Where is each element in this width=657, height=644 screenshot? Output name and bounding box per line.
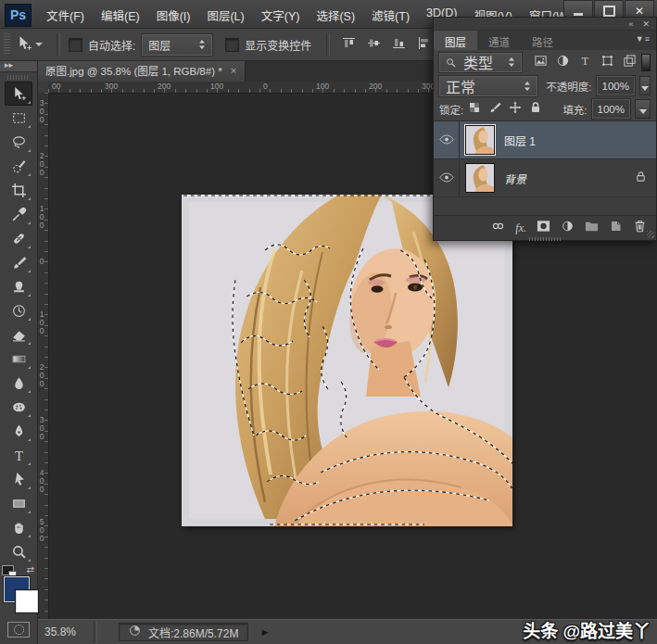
layer-row-layer1[interactable]: 图层 1 bbox=[434, 121, 656, 159]
document-info-field[interactable]: 文档:2.86M/5.72M bbox=[119, 623, 248, 641]
ruler-vertical[interactable]: 3002001000100200300400500 bbox=[37, 93, 49, 620]
quick-mask-button[interactable] bbox=[7, 622, 30, 638]
opacity-label: 不透明度: bbox=[546, 79, 591, 94]
delete-layer-button[interactable] bbox=[633, 220, 647, 236]
layer-thumbnail[interactable] bbox=[466, 126, 494, 154]
align-top-button[interactable] bbox=[342, 36, 356, 53]
layer-thumbnail[interactable] bbox=[466, 164, 494, 192]
layer-name[interactable]: 图层 1 bbox=[504, 133, 536, 148]
visibility-toggle[interactable] bbox=[434, 121, 460, 158]
background-color-swatch[interactable] bbox=[16, 590, 38, 612]
svg-text:T: T bbox=[14, 448, 22, 462]
menu-编辑(E)[interactable]: 编辑(E) bbox=[93, 3, 148, 28]
menu-选择(S)[interactable]: 选择(S) bbox=[308, 3, 363, 28]
lasso-tool[interactable] bbox=[5, 130, 32, 154]
layer-name[interactable]: 背景 bbox=[504, 170, 526, 186]
filter-smart-objects-icon[interactable] bbox=[623, 54, 637, 71]
lock-all-icon[interactable] bbox=[529, 101, 542, 118]
eyedropper-tool[interactable] bbox=[5, 202, 32, 226]
crop-tool[interactable] bbox=[5, 178, 32, 202]
layer-style-button[interactable]: fx. bbox=[515, 221, 526, 235]
auto-select-checkbox[interactable] bbox=[69, 38, 82, 52]
move-tool[interactable] bbox=[5, 82, 32, 106]
fill-value[interactable]: 100% bbox=[592, 99, 630, 119]
status-flyout-arrow[interactable]: ► bbox=[259, 626, 270, 638]
clone-stamp-tool[interactable] bbox=[5, 274, 32, 298]
tab-paths[interactable]: 路径 bbox=[521, 31, 564, 50]
new-layer-button[interactable] bbox=[609, 220, 623, 236]
ruler-h-label: 00 bbox=[52, 82, 60, 91]
sponge-tool[interactable] bbox=[5, 395, 32, 419]
lock-paint-icon[interactable] bbox=[488, 101, 501, 118]
blend-mode-dropdown[interactable]: 正常 bbox=[439, 76, 537, 96]
link-layers-button[interactable] bbox=[491, 220, 505, 236]
panel-close-icon[interactable]: ✕ bbox=[642, 19, 650, 29]
opacity-value[interactable]: 100% bbox=[597, 76, 635, 95]
lock-transparency-icon[interactable] bbox=[468, 101, 481, 118]
filter-adjustment-layers-icon[interactable] bbox=[556, 54, 570, 71]
filter-shape-layers-icon[interactable] bbox=[600, 54, 614, 71]
fill-dropdown-button[interactable] bbox=[635, 99, 651, 119]
marquee-tool[interactable] bbox=[5, 106, 32, 130]
tab-channels[interactable]: 通道 bbox=[477, 31, 521, 50]
menu-滤镜(T)[interactable]: 滤镜(T) bbox=[363, 3, 418, 28]
tab-close-icon[interactable]: × bbox=[231, 65, 236, 76]
filter-type-dropdown[interactable]: 类型 bbox=[439, 53, 522, 72]
gradient-tool[interactable] bbox=[5, 347, 32, 371]
align-middle-button[interactable] bbox=[367, 36, 381, 53]
toolbar-grip[interactable] bbox=[7, 75, 30, 80]
new-group-button[interactable] bbox=[585, 220, 599, 236]
blend-mode-value: 正常 bbox=[446, 75, 475, 97]
filter-type-layers-icon[interactable]: T bbox=[578, 54, 592, 71]
swap-colors-icon[interactable]: ⇄ bbox=[27, 565, 34, 575]
opacity-dropdown-button[interactable] bbox=[639, 76, 651, 95]
brush-tool[interactable] bbox=[5, 250, 32, 274]
eraser-tool[interactable] bbox=[5, 322, 32, 347]
menu-文件(F)[interactable]: 文件(F) bbox=[38, 3, 93, 28]
canvas-image[interactable] bbox=[182, 195, 512, 526]
blur-tool[interactable] bbox=[5, 371, 32, 395]
toolbar-expand-button[interactable]: ▸▸ bbox=[0, 59, 37, 72]
pen-tool[interactable] bbox=[5, 419, 32, 443]
history-brush-tool[interactable] bbox=[5, 298, 32, 322]
quick-mask-icon bbox=[14, 625, 24, 635]
menu-图层(L)[interactable]: 图层(L) bbox=[198, 3, 252, 28]
menu-文字(Y)[interactable]: 文字(Y) bbox=[253, 3, 309, 28]
hand-tool[interactable] bbox=[5, 515, 32, 539]
auto-select-dropdown[interactable]: 图层 bbox=[142, 34, 212, 56]
tab-layers[interactable]: 图层 bbox=[434, 31, 477, 50]
align-bottom-button[interactable] bbox=[392, 36, 406, 53]
default-colors-icon[interactable] bbox=[2, 565, 14, 575]
layer-row-background[interactable]: 背景 bbox=[434, 159, 656, 197]
adjustment-layer-button[interactable] bbox=[561, 220, 575, 236]
zoom-level[interactable]: 35.8% bbox=[44, 625, 76, 638]
lock-position-icon[interactable] bbox=[509, 101, 522, 118]
quick-select-tool[interactable] bbox=[5, 154, 32, 178]
visibility-toggle[interactable] bbox=[434, 159, 460, 196]
type-tool[interactable]: T bbox=[5, 443, 32, 467]
document-tab[interactable]: 原图.jpg @ 35.8% (图层 1, RGB/8#) * × bbox=[37, 59, 246, 82]
filter-switch[interactable] bbox=[641, 54, 651, 71]
options-grip[interactable] bbox=[4, 33, 10, 56]
efficiency-icon bbox=[129, 625, 141, 639]
panel-menu-icon[interactable]: ▼≡ bbox=[636, 34, 651, 44]
healing-tool[interactable] bbox=[5, 226, 32, 250]
spinner-icon bbox=[524, 81, 531, 92]
align-left-button[interactable] bbox=[417, 36, 431, 53]
add-mask-button[interactable] bbox=[537, 220, 550, 236]
tool-list: T bbox=[5, 82, 32, 563]
search-icon bbox=[446, 57, 456, 68]
zoom-tool[interactable] bbox=[5, 539, 32, 563]
menu-图像(I)[interactable]: 图像(I) bbox=[148, 3, 199, 28]
panel-resize-grip[interactable] bbox=[647, 231, 654, 238]
ruler-h-label: 200 bbox=[369, 82, 382, 91]
show-transform-checkbox[interactable] bbox=[225, 38, 239, 52]
current-tool-preset[interactable] bbox=[16, 35, 43, 55]
panel-drag-handle[interactable] bbox=[529, 237, 561, 241]
shape-tool[interactable] bbox=[5, 491, 32, 515]
document-sizes: 文档:2.86M/5.72M bbox=[148, 625, 238, 640]
filter-pixel-layers-icon[interactable] bbox=[534, 54, 548, 71]
collapse-panel-icon[interactable]: « bbox=[628, 19, 633, 29]
panel-tabs: 图层 通道 路径 ▼≡ bbox=[434, 31, 656, 50]
path-select-tool[interactable] bbox=[5, 467, 32, 491]
